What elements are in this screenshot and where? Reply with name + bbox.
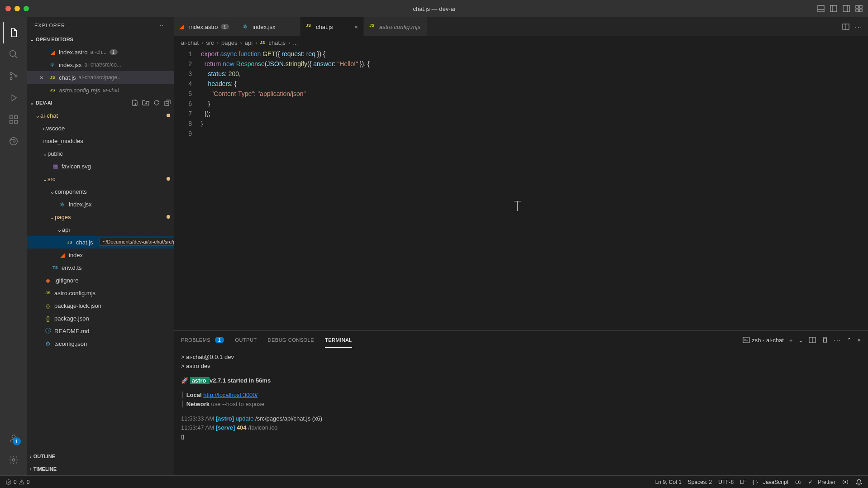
activity-debug[interactable] (3, 87, 24, 109)
close-panel-icon[interactable]: × (857, 337, 861, 344)
file-package[interactable]: {}package.json (27, 312, 174, 325)
status-problems[interactable]: 0 0 (5, 479, 29, 485)
breadcrumb-item[interactable]: api (245, 39, 253, 46)
local-url[interactable]: http://localhost:3000/ (203, 392, 258, 398)
activity-extensions[interactable] (3, 109, 24, 130)
folder-components[interactable]: ⌄components (27, 185, 174, 198)
tab-chat-js[interactable]: JS chat.js × (300, 17, 364, 36)
collapse-all-icon[interactable] (164, 99, 171, 106)
layout-sidebar-right-icon[interactable] (843, 5, 850, 12)
status-encoding[interactable]: UTF-8 (718, 479, 734, 485)
refresh-icon[interactable] (153, 99, 160, 106)
folder-node-modules[interactable]: ›node_modules (27, 134, 174, 147)
status-copilot[interactable] (795, 478, 802, 486)
status-feedback[interactable] (842, 478, 849, 486)
layout-panel-icon[interactable] (817, 5, 825, 12)
code-content[interactable]: export async function GET({ request: req… (201, 49, 868, 330)
status-notifications[interactable] (855, 478, 863, 486)
panel-tab-debug[interactable]: DEBUG CONSOLE (268, 333, 314, 347)
breadcrumb-item[interactable]: src (206, 39, 214, 46)
activity-bar: 1 (0, 17, 27, 475)
terminal-output[interactable]: > ai-chat@0.0.1 dev > astro dev 🚀 astro … (174, 349, 868, 475)
activity-edge[interactable] (3, 130, 24, 152)
tab-index-astro[interactable]: ◢ index.astro 1 (174, 17, 237, 36)
tab-astro-config[interactable]: JS astro.config.mjs (364, 17, 427, 36)
breadcrumb[interactable]: ai-chat› src› pages› api› JS chat.js› ..… (174, 36, 868, 49)
file-index-astro[interactable]: ◢index (27, 249, 174, 261)
more-icon[interactable]: ··· (834, 337, 842, 344)
folder-public[interactable]: ⌄public (27, 147, 174, 160)
folder-api[interactable]: ⌄api (27, 223, 174, 236)
trash-icon[interactable] (821, 336, 829, 344)
folder-src[interactable]: ⌄src (27, 172, 174, 185)
split-terminal-icon[interactable] (809, 336, 816, 344)
chevron-up-icon[interactable]: ⌃ (847, 337, 852, 344)
status-indentation[interactable]: Spaces: 2 (688, 479, 712, 485)
breadcrumb-item[interactable]: pages (221, 39, 237, 46)
terminal-selector[interactable]: zsh - ai-chat (743, 336, 784, 344)
breadcrumb-item[interactable]: chat.js (269, 39, 286, 46)
new-terminal-icon[interactable]: + (789, 337, 793, 344)
activity-settings[interactable] (3, 449, 24, 471)
window-close-button[interactable] (5, 6, 11, 11)
close-icon[interactable]: × (354, 24, 358, 30)
folder-pages[interactable]: ⌄pages (27, 211, 174, 223)
panel-tab-output[interactable]: OUTPUT (235, 333, 257, 347)
file-env[interactable]: TSenv.d.ts (27, 261, 174, 274)
code-editor[interactable]: 1 2 3 4 5 6 7 8 9 export async function … (174, 49, 868, 330)
sidebar-more-icon[interactable]: ··· (160, 23, 167, 28)
svg-icon: ▦ (52, 163, 59, 170)
file-package-lock[interactable]: {}package-lock.json (27, 299, 174, 312)
open-editor-item[interactable]: × ⚛ index.jsx ai-chat/src/co... (27, 58, 174, 71)
status-language[interactable]: { } JavaScript (753, 479, 788, 485)
activity-scm[interactable] (3, 65, 24, 87)
terminal-dropdown-icon[interactable]: ⌄ (798, 337, 803, 344)
open-editor-item[interactable]: × JS astro.config.mjs ai-chat (27, 84, 174, 96)
open-editor-item[interactable]: × ◢ index.astro ai-ch... 1 (27, 46, 174, 58)
window-maximize-button[interactable] (24, 6, 29, 11)
timeline-header[interactable]: › TIMELINE (27, 463, 174, 475)
status-bar: 0 0 Ln 9, Col 1 Spaces: 2 UTF-8 LF { } J… (0, 475, 868, 488)
file-name: env.d.ts (62, 264, 82, 271)
panel-tab-problems[interactable]: PROBLEMS 1 (181, 333, 224, 347)
activity-accounts[interactable]: 1 (3, 427, 24, 449)
breadcrumb-item[interactable]: ai-chat (181, 39, 199, 46)
activity-explorer[interactable] (3, 22, 24, 43)
status-eol[interactable]: LF (740, 479, 746, 485)
file-name: README.md (54, 328, 89, 335)
status-cursor-position[interactable]: Ln 9, Col 1 (655, 479, 682, 485)
file-tsconfig[interactable]: ⚙tsconfig.json (27, 337, 174, 350)
status-prettier[interactable]: ✓ Prettier (808, 479, 835, 485)
activity-search[interactable] (3, 43, 24, 65)
language-name: JavaScript (763, 479, 788, 485)
panel-tab-terminal[interactable]: TERMINAL (325, 333, 352, 348)
line-number: 3 (174, 69, 192, 79)
tab-index-jsx[interactable]: ⚛ index.jsx (237, 17, 300, 36)
close-icon[interactable]: × (40, 74, 47, 81)
open-editor-item[interactable]: × JS chat.js ai-chat/src/page... (27, 71, 174, 84)
file-readme[interactable]: ⓘREADME.md (27, 325, 174, 337)
layout-customize-icon[interactable] (855, 5, 863, 12)
layout-sidebar-icon[interactable] (830, 5, 837, 12)
folder-ai-chat[interactable]: ⌄ai-chat (27, 109, 174, 122)
file-index-jsx[interactable]: ⚛index.jsx (27, 198, 174, 211)
new-file-icon[interactable] (131, 99, 138, 106)
problem-count: 1 (110, 49, 118, 55)
open-editors-header[interactable]: ⌄ OPEN EDITORS (27, 33, 174, 46)
line-gutter: 1 2 3 4 5 6 7 8 9 (174, 49, 201, 330)
file-gitignore[interactable]: ◆.gitignore (27, 274, 174, 287)
more-actions-icon[interactable]: ··· (855, 24, 863, 30)
breadcrumb-item[interactable]: ... (293, 39, 298, 46)
split-editor-icon[interactable] (842, 23, 849, 30)
new-folder-icon[interactable] (142, 99, 149, 106)
file-astro-config[interactable]: JSastro.config.mjs (27, 287, 174, 299)
file-path: ai-ch... (91, 49, 107, 55)
outline-header[interactable]: › OUTLINE (27, 450, 174, 463)
file-chat-js[interactable]: JSchat.js ~/Documents/dev-ai/ai-chat/src… (27, 236, 174, 249)
window-minimize-button[interactable] (14, 6, 20, 11)
file-favicon[interactable]: ▦favicon.svg (27, 160, 174, 172)
file-name: index.jsx (69, 201, 92, 208)
svg-point-30 (798, 481, 801, 483)
workspace-header[interactable]: ⌄ DEV-AI (27, 96, 174, 109)
folder-vscode[interactable]: ›.vscode (27, 122, 174, 134)
